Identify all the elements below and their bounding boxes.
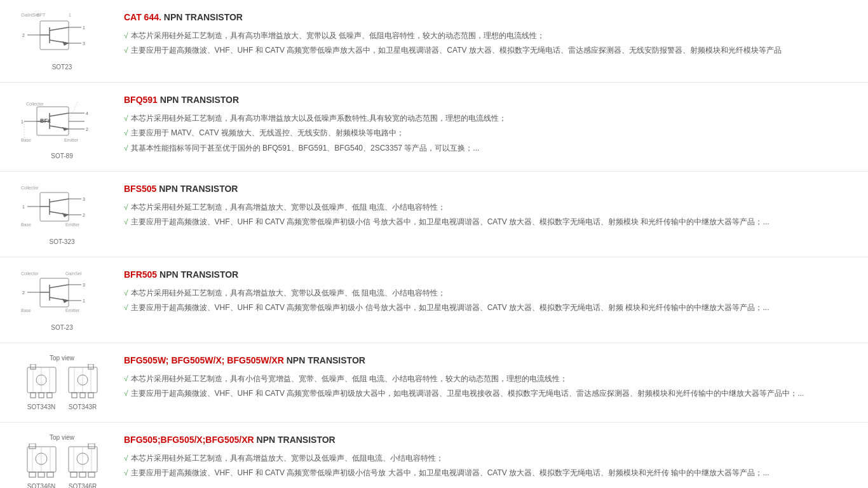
product-desc: √本芯片采用硅外延工艺制造，具有高增益放大、宽带以及低噪声、低阻电流、小结电容特…: [124, 452, 855, 480]
product-item: 3 2 1 Collector Base Emitter SOT-323: [0, 172, 868, 257]
svg-rect-78: [88, 393, 93, 398]
svg-text:3: 3: [83, 283, 85, 287]
svg-rect-88: [47, 472, 53, 477]
desc-line-2: √主要应用于超高频微波、VHF、UHF 和 CATV 高频宽带低噪声初级放大器中…: [124, 387, 855, 401]
product-title: BFG505W; BFG505W/X; BFG505W/XR NPN TRANS…: [124, 355, 855, 367]
desc-line-2: √主要应用于超高频微波、VHF、UHF 和 CATV 高频宽带低噪声初级小信 号…: [124, 215, 855, 229]
svg-rect-85: [27, 447, 56, 472]
svg-rect-75: [69, 367, 97, 393]
svg-rect-66: [31, 393, 36, 398]
product-title: BFQ591 NPN TRANSISTOR: [124, 94, 855, 107]
image-label: SOT-23: [51, 324, 72, 331]
transistor-type: TRANSISTOR: [180, 269, 238, 280]
part-number: BFG505W; BFG505W/X; BFG505W/XR: [124, 355, 284, 365]
product-desc: √本芯片采用硅外延工艺制造，具有高增益放大、宽带以及低噪声、低 阻电流、小结电容…: [124, 287, 855, 315]
svg-rect-67: [39, 393, 44, 398]
transistor-type-npn: NPN: [159, 269, 179, 280]
top-view-label: Top view: [50, 434, 74, 441]
svg-text:2: 2: [22, 290, 25, 295]
product-item: 4 2 1 BFx Collector: [0, 83, 868, 172]
part-number: BFR505: [124, 269, 157, 280]
part-number: CAT 644.: [124, 12, 161, 22]
svg-text:1: 1: [83, 299, 85, 303]
product-title: BFG505;BFG505/X;BFG505/XR NPN TRANSISTOR: [124, 434, 855, 447]
svg-rect-95: [71, 472, 77, 477]
svg-text:BFT: BFT: [37, 13, 46, 17]
transistor-type: TRANSISTOR: [308, 355, 365, 365]
transistor-type-npn: NPN: [164, 12, 183, 22]
svg-rect-86: [29, 472, 36, 477]
desc-line-2: √主要应用于超高频微波、VHF、UHF 和 CATV 高频宽带低噪声放大器中，如…: [124, 44, 855, 58]
svg-text:Emitter: Emitter: [64, 138, 79, 142]
product-image: Top view: [13, 434, 111, 488]
desc-line-2: √主要应用于超高频微波、VHF、UHF 和 CATV 高频宽带低噪声初级小 信号…: [124, 301, 855, 315]
svg-text:1: 1: [21, 119, 24, 124]
svg-rect-97: [88, 472, 95, 477]
desc-line-1: √本芯片采用硅外延工艺制造，具有小信号宽增益、宽带、低噪声、低阻 电流、小结电容…: [124, 372, 855, 386]
svg-text:Emitter: Emitter: [65, 308, 80, 313]
svg-text:1: 1: [22, 205, 25, 209]
svg-text:GaInSel: GaInSel: [65, 271, 82, 276]
svg-text:2: 2: [86, 127, 88, 132]
desc-line-2: √主要应用于 MATV、CATV 视频放大、无线遥控、无线安防、射频模块等电路中…: [124, 126, 855, 140]
svg-text:Emitter: Emitter: [65, 222, 80, 227]
transistor-type: TRANSISTOR: [181, 95, 239, 105]
product-info: BFR505 NPN TRANSISTOR √本芯片采用硅外延工艺制造，具有高增…: [124, 269, 855, 316]
product-info: CAT 644. NPN TRANSISTOR √本芯片采用硅外延工艺制造，具有…: [124, 11, 855, 59]
svg-marker-60: [62, 299, 69, 303]
transistor-type: TRANSISTOR: [185, 12, 243, 22]
part-number: BFQ591: [124, 95, 158, 105]
svg-text:1: 1: [83, 25, 85, 30]
image-label: SOT-323: [49, 238, 74, 245]
product-info: BFG505;BFG505/X;BFG505/XR NPN TRANSISTOR…: [124, 434, 855, 482]
svg-rect-87: [38, 472, 44, 477]
desc-line-1: √本芯片采用硅外延工艺制造，具有高增益放大、宽带以及低噪声、低 阻电流、小结电容…: [124, 287, 855, 301]
svg-rect-94: [69, 447, 97, 472]
desc-line-3: √其基本性能指标等同于甚至优于国外的 BFQ591、BFG591、BFG540、…: [124, 142, 855, 156]
transistor-type-npn: NPN: [257, 435, 276, 445]
desc-line-1: √本芯片采用硅外延工艺制造，具有高功率增益放大、宽带以及 低噪声、低阻电容特性，…: [124, 29, 855, 43]
product-image: 1 2 3 GaInSel BFT: [13, 11, 111, 71]
product-desc: √本芯片采用硅外延工艺制造，具有高增益放大、宽带以及低噪声、低阻 电流、小结电容…: [124, 201, 855, 229]
svg-text:Collector: Collector: [21, 271, 39, 276]
transistor-type-npn: NPN: [159, 184, 178, 194]
transistor-type-npn: NPN: [287, 355, 306, 365]
svg-rect-65: [27, 367, 56, 393]
svg-text:Base: Base: [21, 222, 31, 227]
svg-text:2: 2: [22, 33, 25, 37]
transistor-type-npn: NPN: [160, 95, 179, 105]
svg-text:1: 1: [69, 13, 71, 17]
image-label-b: SOT346R: [69, 483, 97, 488]
desc-line-2: √主要应用于超高频微波、VHF、UHF 和 CATV 高频宽带低噪声初级小信号放…: [124, 466, 855, 480]
svg-line-25: [50, 113, 69, 116]
product-item: 1 2 3 GaInSel BFT: [0, 0, 868, 83]
product-info: BFS505 NPN TRANSISTOR √本芯片采用硅外延工艺制造，具有高增…: [124, 183, 855, 231]
svg-text:3: 3: [83, 197, 85, 201]
svg-text:Base: Base: [21, 138, 31, 142]
product-title: CAT 644. NPN TRANSISTOR: [124, 11, 855, 24]
product-item: 3 1 2 Collector GaInSel Base Emitter SOT…: [0, 257, 868, 343]
product-item: Top view: [0, 423, 868, 488]
product-image: 3 2 1 Collector Base Emitter SOT-323: [13, 183, 111, 245]
product-title: BFS505 NPN TRANSISTOR: [124, 183, 855, 196]
product-title: BFR505 NPN TRANSISTOR: [124, 269, 855, 281]
svg-text:Collector: Collector: [21, 186, 39, 190]
svg-marker-45: [62, 213, 69, 217]
svg-marker-27: [62, 127, 69, 131]
product-image: 3 1 2 Collector GaInSel Base Emitter SOT…: [13, 269, 111, 331]
svg-text:4: 4: [86, 111, 88, 116]
svg-rect-77: [80, 393, 85, 398]
transistor-type: TRANSISTOR: [180, 184, 238, 194]
svg-rect-76: [72, 393, 77, 398]
part-number: BFS505: [124, 184, 156, 194]
desc-line-1: √本芯片采用硅外延工艺制造，具有高功率增益放大以及低噪声系数特性,具有较宽的动态…: [124, 112, 855, 126]
svg-marker-11: [62, 41, 69, 46]
svg-rect-68: [47, 393, 52, 398]
product-desc: √本芯片采用硅外延工艺制造，具有高功率增益放大、宽带以及 低噪声、低阻电容特性，…: [124, 29, 855, 58]
image-label: SOT-89: [51, 152, 72, 159]
product-item: Top view: [0, 343, 868, 423]
svg-line-30: [69, 100, 78, 121]
svg-rect-96: [79, 472, 86, 477]
product-desc: √本芯片采用硅外延工艺制造，具有小信号宽增益、宽带、低噪声、低阻 电流、小结电容…: [124, 372, 855, 401]
part-number: BFG505;BFG505/X;BFG505/XR: [124, 435, 254, 445]
